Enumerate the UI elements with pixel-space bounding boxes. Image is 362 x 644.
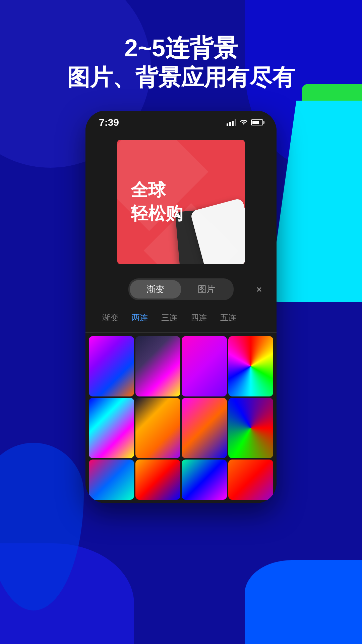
gradient-item-6[interactable] [135, 398, 181, 458]
wifi-icon [240, 118, 248, 127]
gradient-grid-row2 [85, 458, 277, 503]
gradient-item-5[interactable] [89, 398, 134, 458]
filter-tab-gradient[interactable]: 渐变 [96, 310, 125, 326]
filter-tab-4lian[interactable]: 四连 [184, 310, 214, 326]
gradient-item-12[interactable] [228, 460, 274, 500]
gradient-item-10[interactable] [135, 460, 181, 500]
gradient-item-2[interactable] [135, 336, 181, 396]
promo-line1: 全球 [131, 178, 231, 202]
toolbar: 渐变 图片 × [85, 272, 277, 306]
tab-gradient[interactable]: 渐变 [130, 280, 181, 299]
gradient-grid [85, 333, 277, 458]
tab-image[interactable]: 图片 [181, 280, 232, 299]
battery-icon [251, 119, 263, 125]
gradient-item-7[interactable] [182, 398, 227, 458]
gradient-item-3[interactable] [182, 336, 227, 396]
filter-tabs: 渐变 两连 三连 四连 五连 [85, 306, 277, 333]
gradient-item-4[interactable] [228, 336, 274, 396]
gradient-item-1[interactable] [89, 336, 134, 396]
status-time: 7:39 [99, 117, 119, 128]
gradient-item-9[interactable] [89, 460, 134, 500]
close-button[interactable]: × [252, 282, 266, 297]
filter-tab-5lian[interactable]: 五连 [214, 310, 243, 326]
filter-tab-2lian[interactable]: 两连 [125, 310, 155, 326]
status-bar: 7:39 [85, 111, 277, 131]
signal-icon [227, 119, 236, 126]
phone-frame: 7:39 [85, 111, 277, 503]
promo-line2: 轻松购 [131, 202, 231, 225]
promo-card: 全球 轻松购 [117, 140, 245, 264]
bg-shape-bottomright [245, 560, 362, 644]
promo-text: 全球 轻松购 [131, 178, 231, 225]
toolbar-tabs: 渐变 图片 [128, 278, 234, 300]
gradient-item-11[interactable] [182, 460, 227, 500]
headline-line2: 图片、背景应用有尽有 [0, 62, 362, 92]
preview-area: 全球 轻松购 [85, 131, 277, 272]
status-icons [227, 118, 263, 127]
gradient-item-8[interactable] [228, 398, 274, 458]
headline: 2~5连背景 图片、背景应用有尽有 [0, 34, 362, 92]
filter-tab-3lian[interactable]: 三连 [155, 310, 184, 326]
phone-mockup: 7:39 [85, 111, 277, 503]
headline-line1: 2~5连背景 [0, 34, 362, 62]
